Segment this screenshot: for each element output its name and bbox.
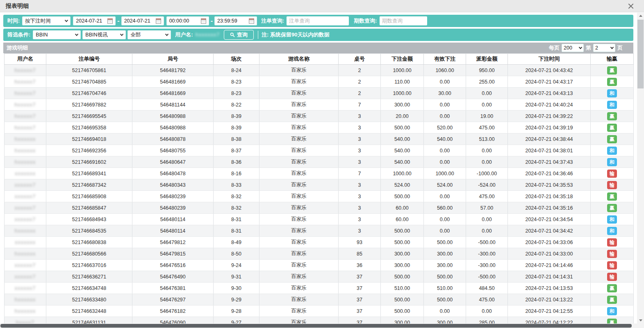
period-query-label: 期数查询: bbox=[354, 17, 377, 25]
result-badge-win[interactable]: 赢 bbox=[607, 135, 617, 143]
result-badge-tie[interactable]: 和 bbox=[607, 307, 617, 315]
time-range-dash: - bbox=[211, 17, 213, 25]
time-label: 时间: bbox=[7, 17, 20, 25]
username-censored: hxxxxx7 bbox=[14, 90, 36, 96]
table-row: xxxxxx75217466858475464802398-32百家乐360.0… bbox=[5, 202, 634, 214]
page-number-select[interactable]: 2 bbox=[593, 44, 615, 52]
horizontal-scrollbar-thumb[interactable] bbox=[0, 324, 632, 328]
result-badge-lose[interactable]: 输 bbox=[607, 170, 617, 178]
vertical-scrollbar[interactable] bbox=[637, 13, 644, 323]
search-button[interactable]: 查询 bbox=[224, 30, 254, 40]
page-title: 报表明细 bbox=[6, 2, 29, 10]
section-bar: 游戏明细 每页 200 第 2 页 bbox=[3, 43, 633, 53]
time-from-input[interactable]: 00:00:00 bbox=[166, 16, 209, 25]
username-censored: xxxxxx7 bbox=[15, 194, 36, 199]
table-row: hxxxxx75217466953585464809888-39百家乐3500.… bbox=[5, 122, 634, 133]
calendar-icon[interactable] bbox=[201, 18, 206, 24]
col-header-5: 桌号 bbox=[339, 54, 381, 65]
table-row: xxxxxx75217466849435464801148-31百家乐360.0… bbox=[5, 214, 634, 225]
triangle-down-icon bbox=[639, 319, 642, 321]
username-censored: hxxxxxx bbox=[15, 148, 36, 154]
result-badge-win[interactable]: 赢 bbox=[607, 296, 617, 304]
scrollbar-corner bbox=[637, 323, 644, 328]
result-badge-tie[interactable]: 和 bbox=[607, 89, 617, 97]
table-row: hxxxxxx5217466940185464808788-38百家乐3540.… bbox=[5, 133, 634, 145]
per-page-label: 每页 bbox=[549, 44, 560, 52]
table-row: hxxxxxx5217466324485464761829-28百家乐37500… bbox=[5, 305, 634, 317]
col-header-3: 场次 bbox=[214, 54, 259, 65]
search-icon bbox=[230, 32, 235, 37]
date-from-input[interactable]: 2024-07-21 bbox=[73, 16, 116, 25]
chevron-down-icon bbox=[120, 32, 123, 36]
result-badge-tie[interactable]: 和 bbox=[607, 215, 617, 224]
scroll-up-arrow[interactable] bbox=[637, 13, 644, 19]
username-censored: xxxxxxx bbox=[15, 171, 36, 176]
calendar-icon[interactable] bbox=[156, 18, 161, 24]
calendar-icon[interactable] bbox=[249, 18, 254, 24]
close-icon[interactable] bbox=[628, 3, 634, 9]
username-censored: hxxxxx7 bbox=[14, 68, 36, 73]
username-censored: xxxxxx7 bbox=[15, 182, 36, 188]
result-badge-win[interactable]: 赢 bbox=[607, 204, 617, 212]
result-badge-lose[interactable]: 输 bbox=[607, 261, 617, 269]
time-mode-select[interactable]: 按下注时间 bbox=[22, 16, 71, 25]
date-range-dash: - bbox=[117, 17, 119, 25]
table-row: xxxxxxx5217466808385464798128-49百家乐93500… bbox=[5, 237, 634, 248]
table-row: xxxxxx75217466873425464803438-33百家乐3524.… bbox=[5, 179, 634, 191]
result-badge-lose[interactable]: 输 bbox=[607, 238, 617, 247]
page-number-label: 第 bbox=[586, 44, 591, 52]
chevron-down-icon bbox=[610, 45, 614, 49]
date-to-input[interactable]: 2024-07-21 bbox=[121, 16, 164, 25]
triangle-up-icon bbox=[639, 15, 642, 17]
calendar-icon[interactable] bbox=[107, 18, 113, 24]
table-row: hxxxxx75217467058615464817928-24百家乐21000… bbox=[5, 65, 634, 76]
username-censored: xxxxxx7 bbox=[15, 205, 36, 211]
result-badge-win[interactable]: 赢 bbox=[607, 124, 617, 132]
result-badge-win[interactable]: 赢 bbox=[607, 284, 617, 292]
result-badge-tie[interactable]: 和 bbox=[607, 227, 617, 235]
result-badge-win[interactable]: 赢 bbox=[607, 66, 617, 75]
vertical-scrollbar-thumb[interactable] bbox=[637, 20, 644, 88]
bet-query-input[interactable] bbox=[287, 16, 349, 25]
username-censored: hxxxxx7 bbox=[14, 79, 36, 85]
result-badge-win[interactable]: 赢 bbox=[607, 192, 617, 201]
per-page-select[interactable]: 200 bbox=[562, 44, 584, 52]
table-row: xxxxxx75217466362715464764909-31百家乐37500… bbox=[5, 271, 634, 283]
divider bbox=[258, 31, 258, 39]
table-row: xxxxxxx5217466893415464804788-16百家乐71000… bbox=[5, 168, 634, 179]
chevron-down-icon bbox=[75, 32, 78, 36]
period-query-input[interactable] bbox=[380, 16, 427, 25]
title-bar: 报表明细 bbox=[0, 0, 644, 12]
vendor-select[interactable]: BBIN bbox=[33, 30, 81, 39]
username-censored: xxxxxxx bbox=[15, 240, 36, 245]
result-badge-tie[interactable]: 和 bbox=[607, 158, 617, 166]
time-to-input[interactable]: 23:59:59 bbox=[214, 16, 257, 25]
scroll-down-arrow[interactable] bbox=[637, 317, 644, 323]
result-badge-win[interactable]: 赢 bbox=[607, 78, 617, 86]
result-badge-lose[interactable]: 输 bbox=[607, 250, 617, 258]
col-header-7: 有效下注 bbox=[424, 54, 466, 65]
result-badge-lose[interactable]: 输 bbox=[607, 181, 617, 189]
table-row: xxxxxx75217466370165464765169-24百家乐36300… bbox=[5, 260, 634, 271]
username-value-censored: hxxxxxx7 bbox=[196, 32, 220, 38]
horizontal-scrollbar[interactable] bbox=[0, 323, 637, 328]
result-badge-win[interactable]: 赢 bbox=[607, 112, 617, 120]
retention-note: 注: 系统保留90天以内的数据 bbox=[262, 31, 329, 38]
table-row: hxxxxxx5217466845355464801148-31百家乐3500.… bbox=[5, 225, 634, 237]
col-header-8: 派彩金额 bbox=[466, 54, 508, 65]
result-badge-lose[interactable]: 输 bbox=[607, 273, 617, 281]
table-row: xxxxxx75217466347485464763819-30百家乐37510… bbox=[5, 283, 634, 294]
result-badge-tie[interactable]: 和 bbox=[607, 147, 617, 155]
page-suffix-label: 页 bbox=[617, 44, 623, 52]
username-label: 用户名: bbox=[175, 31, 193, 38]
username-censored: hxxxxxx bbox=[15, 297, 36, 303]
username-censored: hxxxxx7 bbox=[14, 102, 36, 108]
category-select[interactable]: BBIN视讯 bbox=[82, 30, 126, 39]
table-row: hxxxxx75217466955455464809888-39百家乐320.0… bbox=[5, 111, 634, 122]
col-header-10: 输赢 bbox=[591, 54, 634, 65]
game-type-select[interactable]: 全部 bbox=[127, 30, 171, 39]
content-area: 时间: 按下注时间 2024-07-21 - 2024-07-21 00:00:… bbox=[0, 12, 644, 328]
report-detail-window: 报表明细 时间: 按下注时间 2024-07-21 - 2024-07-21 0… bbox=[0, 0, 644, 328]
table-body: hxxxxx75217467058615464817928-24百家乐21000… bbox=[5, 65, 634, 328]
result-badge-tie[interactable]: 和 bbox=[607, 101, 617, 109]
